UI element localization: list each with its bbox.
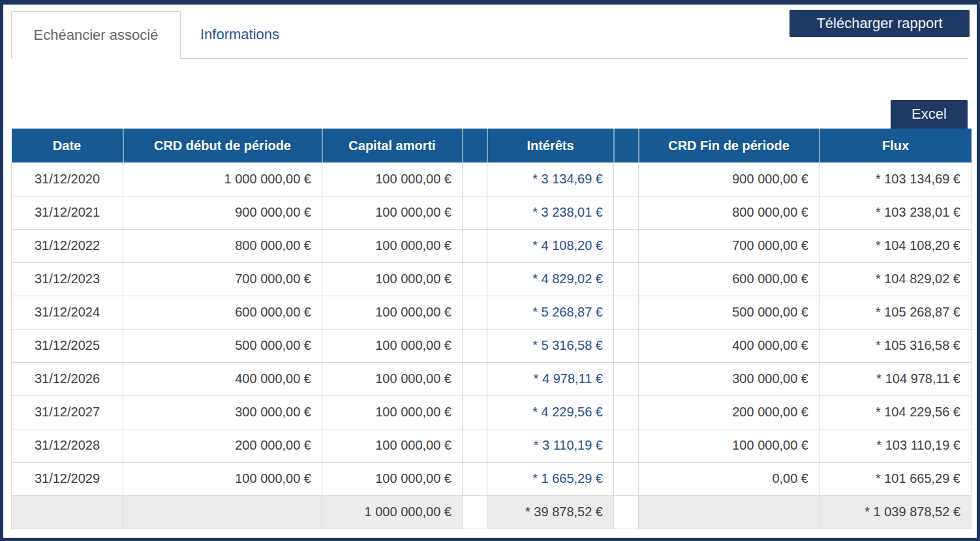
cell-capital: 100 000,00 € [322,262,463,296]
spacer-cell [614,462,639,495]
spacer-cell [614,429,639,462]
cell-crd_start: 800 000,00 € [123,229,322,262]
spacer-cell [463,429,487,462]
amortization-table: DateCRD début de périodeCapital amortiIn… [11,129,972,529]
table-row: 31/12/2029100 000,00 €100 000,00 €* 1 66… [12,462,972,495]
spacer-cell [614,296,639,329]
download-report-button[interactable]: Télécharger rapport [789,10,970,37]
table-row: 31/12/2022800 000,00 €100 000,00 €* 4 10… [12,229,972,262]
spacer-cell [614,162,639,196]
spacer-cell [463,229,487,262]
table-row: 31/12/2023700 000,00 €100 000,00 €* 4 82… [12,262,972,296]
cell-interest: * 3 134,69 € [487,162,614,196]
spacer-cell [614,262,639,296]
cell-crd_end: 800 000,00 € [639,196,819,229]
cell-flux: * 1 039 878,52 € [819,495,972,529]
table-row: 31/12/20201 000 000,00 €100 000,00 €* 3 … [12,162,972,196]
cell-crd_end: 700 000,00 € [639,229,819,262]
cell-date: 31/12/2029 [12,462,123,495]
cell-date: 31/12/2025 [12,329,123,362]
tab-echeancier-associe[interactable]: Echéancier associé [11,11,181,59]
cell-interest: * 39 878,52 € [487,495,614,529]
cell-crd_start: 200 000,00 € [123,429,322,462]
cell-crd_end [639,495,819,529]
cell-crd_start: 700 000,00 € [123,262,322,296]
cell-crd_end: 300 000,00 € [639,362,819,395]
cell-flux: * 103 134,69 € [819,162,972,196]
cell-flux: * 104 229,56 € [819,395,972,429]
cell-interest: * 1 665,29 € [487,462,614,495]
cell-crd_start [123,495,322,529]
cell-crd_start: 900 000,00 € [123,196,322,229]
cell-interest: * 4 108,20 € [487,229,614,262]
table-row: 31/12/2027300 000,00 €100 000,00 €* 4 22… [12,395,972,429]
cell-crd_start: 300 000,00 € [123,395,322,429]
spacer-cell [463,296,487,329]
cell-crd_end: 500 000,00 € [639,296,819,329]
cell-date: 31/12/2021 [12,196,123,229]
cell-interest: * 3 110,19 € [487,429,614,462]
cell-crd_end: 0,00 € [639,462,819,495]
table-row: 31/12/2026400 000,00 €100 000,00 €* 4 97… [12,362,972,395]
spacer-cell [614,329,639,362]
column-header-interest: Intérêts [487,129,614,162]
cell-date [12,495,123,529]
table-header: DateCRD début de périodeCapital amortiIn… [12,129,972,162]
spacer-cell [614,229,639,262]
cell-flux: * 104 978,11 € [819,362,972,395]
cell-date: 31/12/2022 [12,229,123,262]
table-row: 31/12/2025500 000,00 €100 000,00 €* 5 31… [12,329,972,362]
column-header-capital: Capital amorti [322,129,463,162]
cell-crd_start: 100 000,00 € [123,462,322,495]
cell-capital: 100 000,00 € [322,162,463,196]
cell-capital: 100 000,00 € [322,329,463,362]
cell-interest: * 4 229,56 € [487,395,614,429]
cell-flux: * 104 829,02 € [819,262,972,296]
cell-capital: 100 000,00 € [322,429,463,462]
cell-capital: 1 000 000,00 € [322,495,463,529]
cell-date: 31/12/2020 [12,162,123,196]
column-header-crd_end: CRD Fin de période [639,129,819,162]
table-row: 31/12/2021900 000,00 €100 000,00 €* 3 23… [12,196,972,229]
cell-flux: * 103 110,19 € [819,429,972,462]
cell-flux: * 105 316,58 € [819,329,972,362]
table-body: 31/12/20201 000 000,00 €100 000,00 €* 3 … [12,162,972,529]
cell-crd_start: 500 000,00 € [123,329,322,362]
cell-capital: 100 000,00 € [322,229,463,262]
spacer-cell [463,362,487,395]
cell-interest: * 5 316,58 € [487,329,614,362]
cell-date: 31/12/2024 [12,296,123,329]
column-header-flux: Flux [819,129,972,162]
cell-interest: * 3 238,01 € [487,196,614,229]
cell-date: 31/12/2023 [12,262,123,296]
header-spacer [614,129,639,162]
cell-date: 31/12/2028 [12,429,123,462]
cell-flux: * 103 238,01 € [819,196,972,229]
excel-export-button[interactable]: Excel [891,100,968,129]
loan-schedule-page: { "tabs": [ { "label": "Echéancier assoc… [0,0,980,541]
cell-interest: * 5 268,87 € [487,296,614,329]
cell-flux: * 104 108,20 € [819,229,972,262]
spacer-cell [463,162,487,196]
cell-interest: * 4 829,02 € [487,262,614,296]
tab-informations[interactable]: Informations [200,26,279,43]
spacer-cell [614,196,639,229]
spacer-cell [614,362,639,395]
cell-capital: 100 000,00 € [322,362,463,395]
cell-capital: 100 000,00 € [322,196,463,229]
table-header-row: DateCRD début de périodeCapital amortiIn… [12,129,972,162]
table-row: 31/12/2028200 000,00 €100 000,00 €* 3 11… [12,429,972,462]
spacer-cell [463,329,487,362]
cell-crd_end: 400 000,00 € [639,329,819,362]
cell-date: 31/12/2027 [12,395,123,429]
cell-crd_start: 1 000 000,00 € [123,162,322,196]
spacer-cell [614,395,639,429]
spacer-cell [463,262,487,296]
cell-crd_start: 600 000,00 € [123,296,322,329]
spacer-cell [463,495,487,529]
spacer-cell [614,495,639,529]
cell-flux: * 101 665,29 € [819,462,972,495]
cell-capital: 100 000,00 € [322,462,463,495]
cell-date: 31/12/2026 [12,362,123,395]
header-spacer [463,129,487,162]
